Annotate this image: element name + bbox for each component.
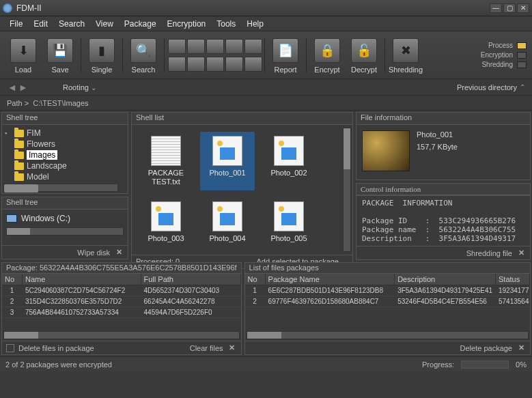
search-button[interactable]: 🔍Search bbox=[126, 34, 161, 76]
path-value[interactable]: C:\TEST\Images bbox=[33, 99, 88, 107]
menu-tools[interactable]: Tools bbox=[211, 18, 241, 30]
wipe-disk-x-icon[interactable]: ✕ bbox=[114, 248, 124, 257]
close-button[interactable]: ✕ bbox=[517, 3, 529, 13]
tree-item-label: Model bbox=[27, 172, 49, 182]
drive-usage-bar bbox=[6, 227, 124, 236]
col-name[interactable]: Name bbox=[23, 274, 141, 285]
clear-files-x-icon[interactable]: ✕ bbox=[227, 343, 237, 353]
encrypt-button[interactable]: 🔒Encrypt bbox=[309, 34, 345, 76]
delete-files-checkbox[interactable] bbox=[6, 344, 14, 352]
drives-tree-title: Shell tree bbox=[2, 197, 128, 210]
menu-help[interactable]: Help bbox=[241, 18, 269, 30]
small-tool-10[interactable] bbox=[244, 57, 262, 72]
shell-tree: ▪FIMFlowersImagesLandscapeModel bbox=[2, 125, 128, 185]
progress-bar bbox=[461, 360, 509, 369]
back-button[interactable]: ◄ bbox=[7, 82, 18, 93]
menu-edit[interactable]: Edit bbox=[28, 18, 53, 30]
tree-item-label: FIM bbox=[27, 128, 41, 138]
tree-scrollbar[interactable] bbox=[3, 184, 118, 192]
delete-files-label[interactable]: Delete files in package bbox=[18, 344, 94, 352]
file-item[interactable]: Photo_001 bbox=[200, 132, 255, 190]
save-button[interactable]: 💾Save bbox=[42, 34, 78, 76]
clear-files-button[interactable]: Clear files bbox=[190, 344, 223, 352]
menu-file[interactable]: File bbox=[4, 18, 28, 30]
col-package-name[interactable]: Package Name bbox=[266, 274, 395, 285]
app-title: FDM-II bbox=[16, 3, 488, 13]
col-description[interactable]: Description bbox=[395, 274, 496, 285]
package-table-title: Package: 56322A4A4B306C755E5A3A576E6C257… bbox=[2, 263, 241, 274]
shredding-button[interactable]: ✖Shredding bbox=[388, 34, 423, 76]
minimize-button[interactable]: — bbox=[490, 3, 502, 13]
menu-search[interactable]: Search bbox=[53, 18, 90, 30]
files-table-body: 16E6C287BDB501D143E96F8123DB83F5A3A61394… bbox=[245, 285, 530, 330]
tree-item-landscape[interactable]: Landscape bbox=[3, 160, 126, 171]
small-tool-7[interactable] bbox=[225, 39, 243, 54]
report-button[interactable]: 📄Report bbox=[268, 34, 303, 76]
menu-bar: File Edit Search View Package Encryption… bbox=[0, 16, 532, 31]
progress-label: Progress: bbox=[422, 360, 454, 369]
maximize-button[interactable]: ▢ bbox=[503, 3, 516, 13]
drive-label: Windows (C:) bbox=[21, 214, 70, 223]
shell-list-scrollbar[interactable] bbox=[343, 128, 351, 252]
shredding-file-button[interactable]: Shredding file bbox=[466, 249, 512, 257]
indicator-shredding-label: Shredding bbox=[481, 61, 513, 68]
package-table-hscroll[interactable] bbox=[3, 331, 240, 339]
menu-view[interactable]: View bbox=[90, 18, 119, 30]
file-name-label: Photo_002 bbox=[270, 169, 307, 177]
load-button[interactable]: ⬇Load bbox=[5, 34, 41, 76]
small-tool-9[interactable] bbox=[225, 57, 243, 72]
menu-package[interactable]: Package bbox=[119, 18, 162, 30]
image-file-icon bbox=[212, 136, 242, 166]
small-tool-6[interactable] bbox=[206, 57, 224, 72]
decrypt-button[interactable]: 🔓Decrypt bbox=[346, 34, 382, 76]
tree-item-model[interactable]: Model bbox=[3, 171, 126, 182]
rooting-button[interactable]: Rooting ⌄ bbox=[63, 83, 96, 91]
wipe-disk-button[interactable]: Wipe disk bbox=[77, 248, 110, 257]
image-file-icon bbox=[274, 136, 304, 166]
table-row[interactable]: 269776F46397626D158680AB884C753246F4D5B4… bbox=[245, 296, 530, 307]
table-row[interactable]: 2315D4C322850376E3575D7D266245A4C4A56242… bbox=[2, 296, 241, 307]
package-table-header: No Name Full Path bbox=[2, 274, 241, 285]
col-no[interactable]: No bbox=[2, 274, 23, 285]
folder-icon bbox=[14, 152, 24, 159]
report-icon: 📄 bbox=[272, 38, 298, 63]
small-tool-8[interactable] bbox=[244, 39, 262, 54]
small-tool-3[interactable] bbox=[206, 39, 224, 54]
col-no[interactable]: No bbox=[245, 274, 266, 285]
small-tool-2[interactable] bbox=[187, 39, 205, 54]
file-name-label: Photo_004 bbox=[209, 234, 245, 243]
delete-package-button[interactable]: Delete package bbox=[460, 344, 512, 352]
menu-encryption[interactable]: Encryption bbox=[162, 18, 212, 30]
forward-button[interactable]: ► bbox=[18, 82, 29, 93]
tree-item-fim[interactable]: ▪FIM bbox=[3, 128, 126, 139]
lock-icon: 🔒 bbox=[314, 38, 340, 63]
small-tool-1[interactable] bbox=[168, 39, 186, 54]
table-row[interactable]: 3756A4B844610752733A5733444594A7D6F5D226… bbox=[2, 307, 241, 318]
tree-item-images[interactable]: Images bbox=[3, 150, 126, 160]
indicator-process-label: Process bbox=[488, 42, 513, 49]
delete-package-x-icon[interactable]: ✕ bbox=[516, 343, 526, 353]
file-name-label: Photo_001 bbox=[209, 169, 245, 177]
col-fullpath[interactable]: Full Path bbox=[141, 274, 241, 285]
drive-item[interactable]: Windows (C:) bbox=[2, 210, 128, 227]
file-item[interactable]: Photo_003 bbox=[139, 197, 193, 247]
status-bar: 2 of 2 packages were encrypted Progress:… bbox=[0, 356, 532, 371]
previous-directory-button[interactable]: Previous directory ⌃ bbox=[457, 83, 525, 91]
file-item[interactable]: PACKAGE TEST.txt bbox=[139, 132, 193, 190]
table-row[interactable]: 16E6C287BDB501D143E96F8123DB83F5A3A61394… bbox=[245, 285, 530, 296]
folder-icon bbox=[14, 141, 24, 148]
small-tool-4[interactable] bbox=[168, 57, 186, 72]
file-item[interactable]: Photo_005 bbox=[262, 197, 316, 247]
table-row[interactable]: 15C294060387C2D754C56724F24D5652374D307C… bbox=[2, 285, 241, 296]
image-file-icon bbox=[151, 201, 181, 231]
col-status[interactable]: Status bbox=[496, 274, 530, 285]
files-table-hscroll[interactable] bbox=[247, 331, 529, 339]
file-item[interactable]: Photo_002 bbox=[262, 132, 316, 190]
image-file-icon bbox=[274, 201, 304, 231]
file-size: 157,7 KByte bbox=[417, 143, 458, 151]
file-item[interactable]: Photo_004 bbox=[200, 197, 255, 247]
single-button[interactable]: ▮Single bbox=[84, 34, 120, 76]
shredding-x-icon[interactable]: ✕ bbox=[516, 248, 526, 258]
small-tool-5[interactable] bbox=[187, 57, 205, 72]
tree-item-flowers[interactable]: Flowers bbox=[3, 139, 126, 150]
